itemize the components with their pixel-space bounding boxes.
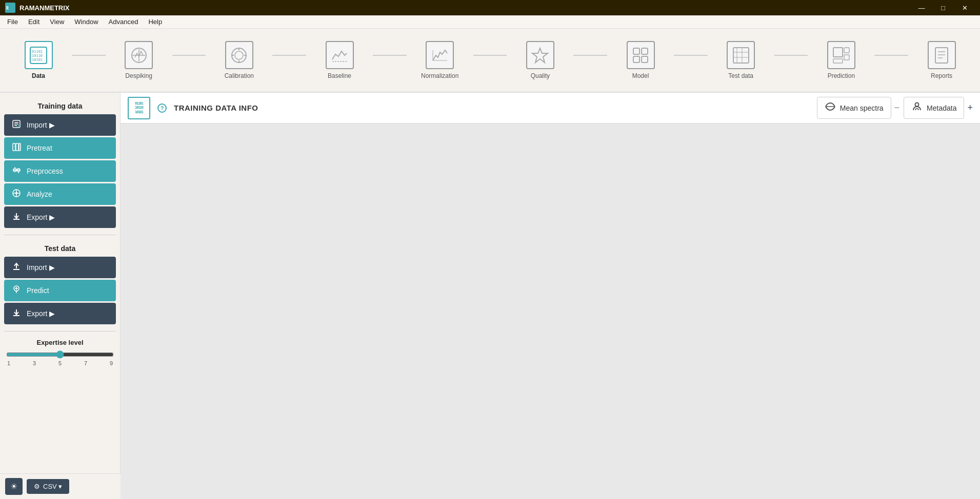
step-reports[interactable]: Reports [908, 41, 975, 79]
sidebar-divider [4, 235, 116, 235]
predict-label: Predict [27, 286, 49, 295]
minimize-button[interactable]: — [911, 0, 932, 15]
title-bar: R RAMANMETRIX — □ ✕ [0, 0, 980, 15]
svg-rect-22 [642, 56, 648, 63]
step-calibration[interactable]: Calibration [206, 41, 272, 79]
svg-point-10 [235, 51, 243, 59]
pretreat-label: Pretreat [27, 144, 52, 152]
normalization-step-icon [426, 41, 454, 69]
step-testdata[interactable]: Test data [708, 41, 774, 79]
import-training-button[interactable]: Import ▶ [4, 114, 116, 136]
export-training-label: Export ▶ [27, 213, 55, 221]
mean-spectra-button[interactable]: Mean spectra [817, 97, 891, 119]
step-connector-3 [272, 55, 306, 56]
export-test-button[interactable]: Export ▶ [4, 303, 116, 324]
preprocess-icon [11, 165, 22, 177]
menu-help[interactable]: Help [143, 16, 167, 27]
svg-text:10110: 10110 [32, 54, 43, 58]
menu-view[interactable]: View [45, 16, 69, 27]
step-quality[interactable]: Quality [507, 41, 573, 79]
calibration-step-icon [225, 41, 253, 69]
step-connector-5 [473, 55, 507, 56]
predict-icon [11, 285, 22, 296]
menu-window[interactable]: Window [69, 16, 103, 27]
pretreat-button[interactable]: ≋ Pretreat [4, 137, 116, 159]
expertise-slider-wrap: 1 3 5 7 9 [4, 350, 116, 366]
import-test-button[interactable]: Import ▶ [4, 257, 116, 278]
expertise-slider[interactable] [6, 350, 114, 359]
import-training-icon [11, 119, 22, 131]
export-test-label: Export ▶ [27, 309, 55, 318]
metadata-plus-button[interactable]: + [967, 102, 973, 113]
step-calibration-label: Calibration [225, 72, 254, 79]
svg-rect-23 [733, 48, 749, 63]
preprocess-button[interactable]: Preprocess [4, 160, 116, 182]
step-prediction[interactable]: Prediction [808, 41, 874, 79]
menu-advanced[interactable]: Advanced [104, 16, 144, 27]
svg-point-65 [915, 103, 919, 107]
predict-button[interactable]: Predict [4, 280, 116, 301]
menu-edit[interactable]: Edit [23, 16, 45, 27]
content-info-title: TRAINING DATA INFO [174, 103, 258, 112]
settings-icon: ⚙ [34, 483, 40, 490]
metadata-button[interactable]: Metadata [904, 97, 964, 119]
expertise-tick-7: 7 [84, 360, 87, 366]
svg-marker-18 [532, 48, 548, 63]
content-header-actions: Mean spectra − Metadata + [817, 97, 973, 119]
csv-label: CSV ▾ [43, 483, 62, 490]
export-training-icon [11, 212, 22, 223]
training-data-title: Training data [4, 102, 116, 110]
settings-csv-button[interactable]: ⚙ CSV ▾ [27, 479, 69, 494]
analyze-icon [11, 189, 22, 200]
content-header: 01101 10110 10101 ? TRAINING DATA INFO M… [121, 93, 980, 123]
expertise-section: Expertise level 1 3 5 7 9 [4, 339, 116, 366]
svg-rect-31 [833, 59, 843, 63]
svg-rect-29 [844, 48, 849, 53]
model-step-icon [627, 41, 655, 69]
menu-file[interactable]: File [2, 16, 23, 27]
svg-rect-30 [844, 55, 849, 60]
content-body [121, 123, 980, 499]
svg-text:01101: 01101 [32, 50, 43, 54]
expertise-tick-9: 9 [110, 360, 113, 366]
svg-rect-20 [642, 48, 648, 54]
step-connector-2 [172, 55, 206, 56]
export-training-button[interactable]: Export ▶ [4, 206, 116, 228]
step-data[interactable]: 01101 10110 10101 Data [5, 41, 72, 79]
info-icon[interactable]: ? [157, 103, 167, 113]
step-testdata-label: Test data [728, 72, 753, 79]
svg-rect-21 [633, 56, 639, 63]
mean-spectra-minus-button[interactable]: − [894, 102, 900, 113]
import-training-label: Import ▶ [27, 121, 55, 129]
step-despiking-label: Despiking [125, 72, 152, 79]
step-connector-7 [674, 55, 708, 56]
svg-rect-32 [935, 48, 948, 63]
step-normalization-label: Normalization [421, 72, 458, 79]
step-toolbar: 01101 10110 10101 Data Despiking [0, 29, 980, 93]
step-normalization[interactable]: Normalization [407, 41, 473, 79]
preprocess-label: Preprocess [27, 167, 63, 175]
despiking-step-icon [125, 41, 153, 69]
data-step-icon: 01101 10110 10101 [25, 41, 53, 69]
step-despiking[interactable]: Despiking [106, 41, 172, 79]
menu-bar: File Edit View Window Advanced Help [0, 15, 980, 29]
metadata-icon [911, 101, 923, 115]
sidebar: Training data Import ▶ ≋ [0, 93, 121, 499]
theme-toggle-button[interactable]: ☀ [5, 478, 23, 495]
testdata-step-icon [727, 41, 755, 69]
step-baseline[interactable]: Baseline [306, 41, 373, 79]
step-connector-4 [373, 55, 407, 56]
close-button[interactable]: ✕ [954, 0, 975, 15]
svg-text:R: R [6, 6, 9, 11]
step-reports-label: Reports [931, 72, 952, 79]
step-baseline-label: Baseline [328, 72, 351, 79]
analyze-button[interactable]: Analyze [4, 183, 116, 205]
test-data-title: Test data [4, 244, 116, 253]
maximize-button[interactable]: □ [933, 0, 953, 15]
sun-icon: ☀ [10, 482, 17, 491]
step-model[interactable]: Model [607, 41, 674, 79]
expertise-title: Expertise level [4, 339, 116, 346]
step-connector-8 [774, 55, 808, 56]
step-data-label: Data [32, 72, 45, 79]
sidebar-divider-2 [4, 331, 116, 331]
